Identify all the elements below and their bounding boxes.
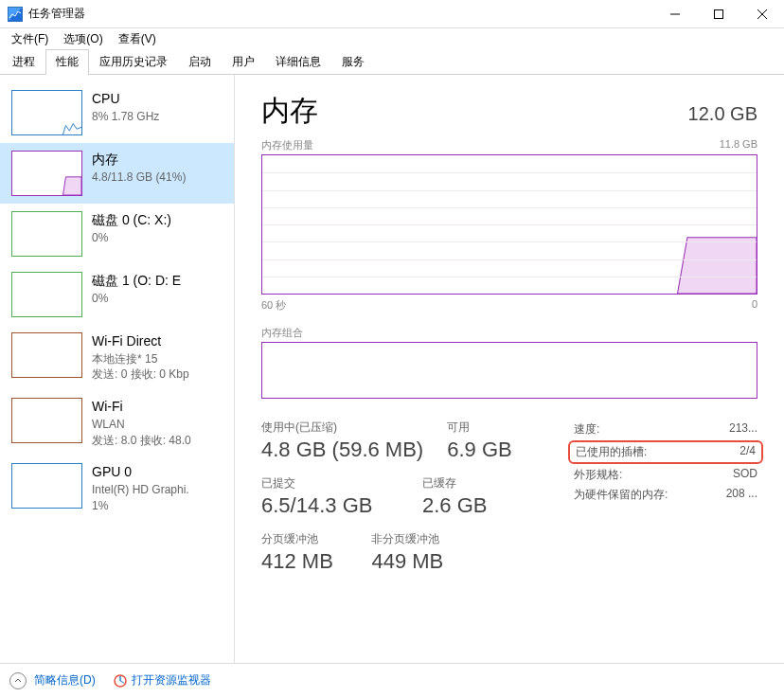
svg-line-6 (120, 681, 124, 683)
memory-composition-chart (261, 342, 757, 399)
available-label: 可用 (447, 420, 574, 436)
reserved-value: 208 ... (726, 487, 757, 503)
tab-users[interactable]: 用户 (222, 49, 265, 74)
tab-processes[interactable]: 进程 (2, 49, 45, 74)
sidebar-wifi1-sub1: 本地连接* 15 (92, 351, 189, 367)
chart2-label: 内存组合 (261, 326, 303, 340)
memory-thumb (11, 151, 82, 196)
slots-value: 2/4 (739, 444, 756, 460)
sidebar-disk0-sub: 0% (92, 230, 171, 246)
menu-options[interactable]: 选项(O) (56, 29, 110, 49)
sidebar-cpu-sub: 8% 1.78 GHz (92, 109, 159, 125)
sidebar-item-disk0[interactable]: 磁盘 0 (C: X:) 0% (0, 204, 234, 264)
committed-label: 已提交 (261, 475, 422, 491)
close-button[interactable] (740, 0, 784, 28)
menubar: 文件(F) 选项(O) 查看(V) (0, 28, 784, 49)
sidebar-gpu-sub2: 1% (92, 498, 189, 514)
disk1-thumb (11, 272, 82, 317)
sidebar-wifi2-title: Wi-Fi (92, 398, 191, 417)
maximize-button[interactable] (697, 0, 740, 28)
disk0-thumb (11, 211, 82, 257)
collapse-link[interactable]: 简略信息(D) (34, 672, 96, 688)
chevron-up-icon[interactable] (9, 672, 27, 689)
cached-label: 已缓存 (422, 475, 564, 491)
sidebar-disk1-sub: 0% (92, 291, 181, 307)
chart1-axis-left: 60 秒 (261, 298, 286, 313)
committed-value: 6.5/14.3 GB (261, 493, 422, 518)
sidebar-item-gpu[interactable]: GPU 0 Intel(R) HD Graphi. 1% (0, 456, 234, 521)
form-label: 外形规格: (574, 467, 622, 483)
memory-usage-chart (261, 154, 757, 295)
cpu-thumb (11, 90, 82, 135)
window-title: 任务管理器 (28, 6, 85, 22)
gpu-thumb (11, 463, 82, 509)
chart1-max: 11.8 GB (720, 138, 757, 152)
memory-total: 12.0 GB (688, 103, 757, 125)
sidebar-cpu-title: CPU (92, 90, 159, 109)
content: CPU 8% 1.78 GHz 内存 4.8/11.8 GB (41%) 磁盘 … (0, 75, 784, 663)
sidebar-gpu-title: GPU 0 (92, 463, 189, 482)
reserved-label: 为硬件保留的内存: (574, 487, 668, 503)
menu-view[interactable]: 查看(V) (111, 29, 164, 49)
main-panel: 内存 12.0 GB 内存使用量 11.8 GB 60 秒 0 内存组合 (235, 75, 784, 663)
kv-speed: 速度: 213... (574, 420, 757, 439)
tabbar: 进程 性能 应用历史记录 启动 用户 详细信息 服务 (0, 49, 784, 75)
stats: 使用中(已压缩) 4.8 GB (59.6 MB) 可用 6.9 GB 已提交 … (261, 420, 757, 587)
sidebar-gpu-sub1: Intel(R) HD Graphi. (92, 482, 189, 498)
page-title: 内存 (261, 92, 318, 131)
sidebar-wifi2-sub1: WLAN (92, 417, 191, 433)
sidebar-item-wifi-direct[interactable]: Wi-Fi Direct 本地连接* 15 发送: 0 接收: 0 Kbp (0, 325, 234, 390)
tab-performance[interactable]: 性能 (45, 49, 89, 74)
statusbar: 简略信息(D) 打开资源监视器 (0, 663, 784, 697)
inuse-label: 使用中(已压缩) (261, 420, 447, 436)
sidebar[interactable]: CPU 8% 1.78 GHz 内存 4.8/11.8 GB (41%) 磁盘 … (0, 75, 235, 663)
wifi1-thumb (11, 332, 82, 378)
paged-label: 分页缓冲池 (261, 531, 371, 547)
nonpaged-value: 449 MB (371, 549, 574, 574)
available-value: 6.9 GB (447, 438, 574, 462)
sidebar-disk0-title: 磁盘 0 (C: X:) (92, 211, 171, 230)
tab-details[interactable]: 详细信息 (265, 49, 331, 74)
tab-startup[interactable]: 启动 (178, 49, 222, 74)
nonpaged-label: 非分页缓冲池 (371, 531, 574, 547)
resmon-link[interactable]: 打开资源监视器 (132, 672, 211, 688)
app-icon (8, 7, 23, 22)
sidebar-disk1-title: 磁盘 1 (O: D: E (92, 272, 181, 291)
resmon-icon (113, 673, 128, 688)
kv-slots: 已使用的插槽: 2/4 (568, 440, 763, 464)
sidebar-item-memory[interactable]: 内存 4.8/11.8 GB (41%) (0, 143, 234, 204)
kv-reserved: 为硬件保留的内存: 208 ... (574, 485, 757, 505)
sidebar-item-wifi[interactable]: Wi-Fi WLAN 发送: 8.0 接收: 48.0 (0, 390, 234, 456)
speed-value: 213... (729, 421, 757, 438)
sidebar-wifi1-sub2: 发送: 0 接收: 0 Kbp (92, 366, 189, 383)
cached-value: 2.6 GB (422, 493, 564, 518)
wifi2-thumb (11, 398, 82, 443)
sidebar-memory-title: 内存 (92, 151, 186, 170)
tab-apphistory[interactable]: 应用历史记录 (89, 49, 178, 74)
sidebar-wifi1-title: Wi-Fi Direct (92, 332, 189, 351)
svg-rect-1 (715, 9, 723, 18)
sidebar-wifi2-sub2: 发送: 8.0 接收: 48.0 (92, 433, 191, 449)
menu-file[interactable]: 文件(F) (4, 29, 56, 49)
window-controls (653, 0, 784, 28)
sidebar-item-disk1[interactable]: 磁盘 1 (O: D: E 0% (0, 264, 234, 325)
minimize-button[interactable] (653, 0, 697, 28)
sidebar-memory-sub: 4.8/11.8 GB (41%) (92, 170, 186, 186)
tab-services[interactable]: 服务 (331, 49, 375, 74)
chart1-axis-right: 0 (752, 298, 757, 313)
speed-label: 速度: (574, 421, 599, 438)
inuse-value: 4.8 GB (59.6 MB) (261, 438, 447, 462)
paged-value: 412 MB (261, 549, 371, 574)
titlebar: 任务管理器 (0, 0, 784, 28)
sidebar-item-cpu[interactable]: CPU 8% 1.78 GHz (0, 82, 234, 143)
slots-label: 已使用的插槽: (576, 444, 647, 460)
chart1-label: 内存使用量 (261, 138, 313, 152)
form-value: SOD (733, 467, 757, 483)
kv-form: 外形规格: SOD (574, 465, 757, 485)
